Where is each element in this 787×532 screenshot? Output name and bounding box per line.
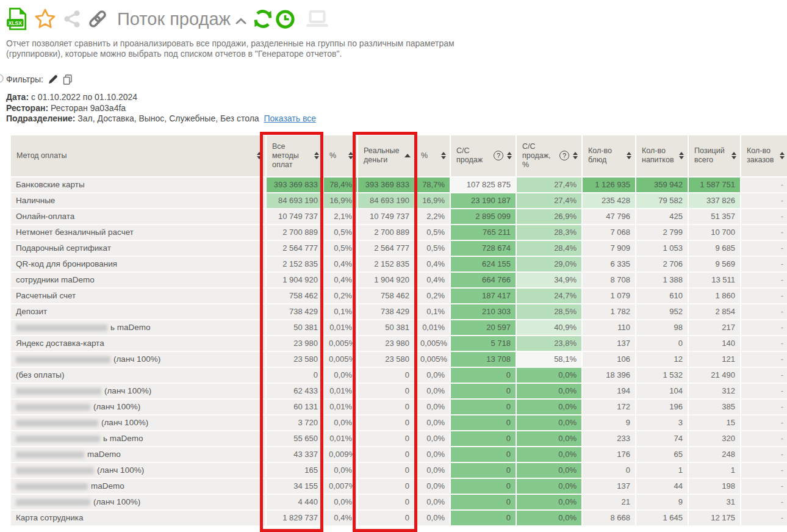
value-cell: - <box>741 336 787 351</box>
value-cell: - <box>741 304 787 320</box>
value-cell: 0,0% <box>415 447 450 462</box>
redacted-name <box>16 356 110 363</box>
value-cell: 0 <box>450 447 516 462</box>
report-toolbar: XLSX Поток продаж <box>6 5 787 33</box>
value-cell: 137 <box>582 336 636 351</box>
redacted-name <box>16 325 107 331</box>
value-cell: 6 335 <box>582 256 636 272</box>
value-cell: 23 580 <box>266 351 323 367</box>
table-row: (ланч 100%)1650,0%00,0%00,0%011- <box>11 462 787 478</box>
redacted-name <box>16 420 98 426</box>
value-cell: 210 303 <box>450 304 516 320</box>
column-header-8[interactable]: Кол-во блюд <box>582 135 636 177</box>
value-cell: 12 175 <box>688 510 741 526</box>
value-cell: 0,0% <box>415 494 450 510</box>
value-cell: 0,0% <box>415 415 450 431</box>
filter-date-value: с 01.10.2022 по 01.10.2024 <box>31 92 137 102</box>
redacted-name <box>16 499 90 506</box>
value-cell: 28,3% <box>516 225 582 240</box>
share-icon[interactable] <box>62 9 82 29</box>
value-cell: 0,0% <box>415 367 450 383</box>
filter-date-label: Дата: <box>6 92 29 102</box>
column-header-3[interactable]: % <box>323 135 358 177</box>
value-cell: 10 749 737 <box>266 209 323 225</box>
table-row: maDemo34 1550,007%00,0%00,0%13744198- <box>11 478 787 494</box>
payment-method-cell: (ланч 100%) <box>11 351 266 367</box>
collapse-bullet-icon[interactable] <box>0 74 4 83</box>
value-cell: - <box>741 225 787 240</box>
column-header-10[interactable]: Позиций всего <box>688 135 741 177</box>
column-header-2[interactable]: Все методы оплат <box>266 135 323 177</box>
value-cell: 0 <box>450 399 516 415</box>
value-cell: 8 668 <box>582 510 636 526</box>
column-header-7[interactable]: С/С продаж, %? <box>516 135 582 177</box>
value-cell: 0 <box>636 336 688 351</box>
favorite-star-icon[interactable] <box>34 7 57 31</box>
value-cell: 0 <box>450 383 516 399</box>
value-cell: 393 369 833 <box>358 177 415 193</box>
value-cell: 0 <box>450 431 516 447</box>
value-cell: 43 337 <box>266 447 323 462</box>
copy-icon[interactable] <box>63 74 73 85</box>
value-cell: 2 700 889 <box>358 225 415 240</box>
column-header-11[interactable]: Кол-во заказов <box>741 135 787 177</box>
chevron-up-icon[interactable] <box>235 17 246 25</box>
value-cell: 0,01% <box>323 320 358 336</box>
sort-arrows-icon <box>679 152 684 159</box>
filter-restaurant-label: Ресторан: <box>6 103 48 113</box>
monitor-icon <box>306 10 329 28</box>
column-header-4[interactable]: Реальные деньги <box>358 135 415 177</box>
value-cell: 106 <box>582 351 636 367</box>
value-cell: 13 511 <box>688 272 741 288</box>
value-cell: 27,4% <box>516 177 582 193</box>
value-cell: 0,01% <box>323 399 358 415</box>
question-icon[interactable]: ? <box>559 151 569 160</box>
value-cell: 2,2% <box>415 209 450 225</box>
export-xlsx-icon[interactable]: XLSX <box>6 7 28 31</box>
payment-method-cell: сотрудники maDemo <box>11 272 266 288</box>
value-cell: 0,4% <box>323 272 358 288</box>
value-cell: 0,0% <box>516 399 582 415</box>
clock-icon[interactable] <box>275 9 295 29</box>
value-cell: 12 <box>636 351 688 367</box>
table-row: Наличные84 693 19016,9%84 693 19016,9%23… <box>11 193 787 209</box>
value-cell: 0 <box>450 462 516 478</box>
value-cell: 0 <box>358 462 415 478</box>
pencil-icon[interactable] <box>48 74 58 84</box>
value-cell: 23 980 <box>358 336 415 351</box>
filter-department-label: Подразделение: <box>6 113 75 123</box>
column-header-6[interactable]: С/С продаж? <box>450 135 516 177</box>
value-cell: 0,2% <box>415 288 450 304</box>
refresh-icon[interactable] <box>252 8 274 30</box>
redacted-name <box>16 388 101 395</box>
value-cell: 31 <box>688 494 741 510</box>
table-row: (без оплаты)00,0%00,0%00,0%18 3961 53221… <box>11 367 787 383</box>
value-cell: 9 685 <box>688 240 741 256</box>
value-cell: - <box>741 209 787 225</box>
value-cell: 0 <box>450 415 516 431</box>
column-header-9[interactable]: Кол-во напитков <box>636 135 688 177</box>
value-cell: 58,1% <box>516 351 582 367</box>
payment-method-cell: Нетмонет безналичный расчет <box>11 225 266 240</box>
sort-arrows-icon <box>731 152 736 159</box>
column-header-5[interactable]: % <box>415 135 450 177</box>
value-cell: 610 <box>636 288 688 304</box>
value-cell: - <box>741 320 787 336</box>
value-cell: 84 693 190 <box>266 193 323 209</box>
value-cell: 50 381 <box>358 320 415 336</box>
value-cell: 18 396 <box>582 367 636 383</box>
question-icon[interactable]: ? <box>494 151 503 160</box>
value-cell: 40,9% <box>516 320 582 336</box>
table-row: Банковские карты393 369 83378,4%393 369 … <box>11 177 787 193</box>
value-cell: 385 <box>688 399 741 415</box>
payment-method-cell: Банковские карты <box>11 177 266 193</box>
column-header-1[interactable]: Метод оплаты <box>11 135 266 177</box>
link-icon[interactable] <box>87 9 108 29</box>
show-all-link[interactable]: Показать все <box>264 113 316 123</box>
value-cell: 0,01% <box>323 431 358 447</box>
column-label: Все методы оплат <box>272 142 312 170</box>
filter-date: Дата: с 01.10.2022 по 01.10.2024 <box>6 92 787 103</box>
value-cell: 23 580 <box>358 351 415 367</box>
value-cell: 2 564 777 <box>358 240 415 256</box>
value-cell: 0 <box>358 383 415 399</box>
